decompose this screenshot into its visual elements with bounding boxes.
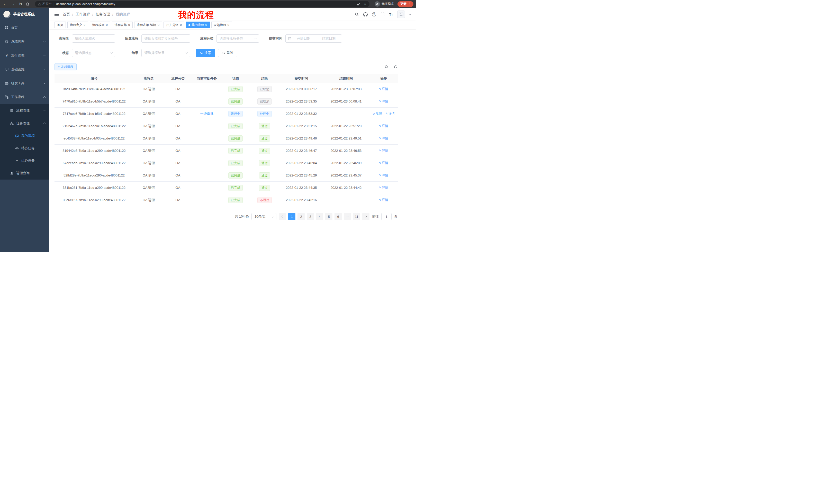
search-icon[interactable] bbox=[355, 12, 359, 17]
security-warning[interactable]: 不安全 bbox=[38, 2, 52, 6]
pager-more-button[interactable]: ··· bbox=[344, 213, 351, 220]
page-size-select[interactable]: 10条/页 bbox=[252, 213, 277, 220]
tab-home[interactable]: 首页 bbox=[54, 22, 66, 28]
tab-close-icon[interactable]: × bbox=[128, 23, 130, 27]
detail-link[interactable]: ✎详情 bbox=[379, 99, 388, 104]
sidebar-item-my-process[interactable]: 我的流程 bbox=[0, 130, 49, 142]
detail-link[interactable]: ✎详情 bbox=[379, 173, 388, 177]
category-select[interactable]: 请选择流程分类 bbox=[216, 34, 259, 43]
tab-user-group[interactable]: 用户分组× bbox=[163, 22, 184, 28]
user-avatar[interactable] bbox=[397, 10, 405, 18]
pager-page-button[interactable]: 5 bbox=[325, 213, 333, 220]
plus-icon: + bbox=[58, 65, 60, 68]
goto-page-input[interactable] bbox=[381, 213, 392, 220]
sidebar-item-done-tasks[interactable]: ✂ 已办任务 bbox=[0, 155, 49, 167]
breadcrumb-item[interactable]: 任务管理 bbox=[96, 12, 110, 17]
menu-fold-icon[interactable] bbox=[54, 13, 59, 16]
table-refresh-icon[interactable] bbox=[394, 65, 397, 69]
tab-process-form-edit[interactable]: 流程表单-编辑× bbox=[134, 22, 162, 28]
sidebar-item-home[interactable]: 首页 bbox=[0, 21, 49, 35]
address-bar[interactable]: 不安全 | dashboard.yudao.iocoder.cn/bpm/tas… bbox=[35, 1, 369, 7]
bookmark-star-icon[interactable]: ☆ bbox=[364, 2, 366, 6]
update-button[interactable]: 更新 ⋮ bbox=[397, 1, 413, 7]
pager-prev-button[interactable] bbox=[279, 213, 286, 220]
browser-home-icon[interactable] bbox=[26, 2, 31, 6]
tab-process-form[interactable]: 流程表单× bbox=[112, 22, 133, 28]
search-button[interactable]: 搜索 bbox=[196, 49, 215, 57]
detail-link[interactable]: ✎详情 bbox=[379, 198, 388, 202]
tab-start-process[interactable]: 发起流程× bbox=[211, 22, 232, 28]
breadcrumb-item[interactable]: 工作流程 bbox=[76, 12, 90, 17]
edit-icon: ✎ bbox=[379, 137, 381, 140]
pager-page-button[interactable]: 4 bbox=[316, 213, 323, 220]
back-icon[interactable]: ← bbox=[3, 2, 8, 6]
reset-button[interactable]: 重置 bbox=[218, 49, 237, 57]
logo-avatar bbox=[3, 10, 11, 18]
detail-link[interactable]: ✎详情 bbox=[379, 124, 388, 128]
cancel-link[interactable]: ⊘取消 bbox=[372, 111, 382, 116]
tab-close-icon[interactable]: × bbox=[205, 23, 207, 27]
end-date-placeholder[interactable]: 结束日期 bbox=[318, 36, 339, 41]
tab-process-model[interactable]: 流程模型× bbox=[90, 22, 110, 28]
breadcrumb-item[interactable]: 首页 bbox=[63, 12, 70, 17]
pager-page-button[interactable]: 6 bbox=[335, 213, 342, 220]
forward-icon[interactable]: → bbox=[10, 2, 16, 6]
chevron-down-icon bbox=[44, 68, 46, 70]
detail-link[interactable]: ✎详情 bbox=[385, 111, 395, 116]
tab-close-icon[interactable]: × bbox=[158, 23, 160, 27]
tab-process-definition[interactable]: 流程定义× bbox=[67, 22, 88, 28]
detail-link[interactable]: ✎详情 bbox=[379, 148, 388, 153]
pager-page-button[interactable]: 1 bbox=[288, 213, 295, 220]
help-icon[interactable]: ? bbox=[372, 12, 376, 17]
tab-close-icon[interactable]: × bbox=[106, 23, 108, 27]
tab-close-icon[interactable]: × bbox=[228, 23, 230, 27]
edit-icon: ✎ bbox=[379, 124, 381, 128]
sidebar-item-workflow[interactable]: 工作流程 bbox=[0, 90, 49, 104]
pager-page-button[interactable]: 2 bbox=[297, 213, 305, 220]
fullscreen-icon[interactable] bbox=[381, 12, 385, 17]
browser-menu-icon[interactable]: ⋮ bbox=[407, 2, 412, 6]
sidebar-item-system[interactable]: 系统管理 bbox=[0, 35, 49, 49]
process-key-input[interactable] bbox=[141, 34, 190, 43]
github-icon[interactable] bbox=[363, 12, 368, 17]
address-separator: | bbox=[53, 2, 54, 6]
pager-page-button[interactable]: 11 bbox=[353, 213, 360, 220]
sidebar-item-devtools[interactable]: 研发工具 bbox=[0, 76, 49, 90]
avatar-caret-icon[interactable] bbox=[409, 13, 411, 15]
col-status: 状态 bbox=[222, 74, 250, 83]
detail-link[interactable]: ✎详情 bbox=[379, 136, 388, 141]
app-logo[interactable]: 芋道管理系统 bbox=[0, 8, 49, 21]
sidebar-item-process-management[interactable]: 流程管理 bbox=[0, 104, 49, 117]
col-task: 当前审批任务 bbox=[192, 74, 222, 83]
chevron-down-icon bbox=[44, 109, 46, 111]
sidebar-item-payment[interactable]: ¥ 支付管理 bbox=[0, 49, 49, 62]
start-date-placeholder[interactable]: 开始日期 bbox=[293, 36, 314, 41]
status-tag: 已完成 bbox=[228, 86, 243, 92]
sidebar: 芋道管理系统 首页 系统管理 ¥ 支付管理 bbox=[0, 8, 49, 252]
sidebar-item-leave-query[interactable]: 请假查询 bbox=[0, 167, 49, 179]
tab-my-process[interactable]: 我的流程× bbox=[186, 22, 210, 28]
status-select[interactable]: 请选择状态 bbox=[72, 49, 115, 57]
filter-row-1: 流程名 所属流程 流程分类 请选择流程分类 提交时间 开始日期 - 结束日期 bbox=[54, 34, 397, 43]
detail-link[interactable]: ✎详情 bbox=[379, 87, 388, 91]
goto-suffix: 页 bbox=[394, 214, 397, 219]
sidebar-item-infrastructure[interactable]: 基础设施 bbox=[0, 62, 49, 76]
sidebar-item-task-management[interactable]: 任务管理 bbox=[0, 117, 49, 130]
font-size-icon[interactable]: TT bbox=[389, 12, 393, 17]
process-name-input[interactable] bbox=[72, 34, 115, 43]
list-icon bbox=[10, 109, 14, 112]
reload-icon[interactable]: ↻ bbox=[18, 2, 23, 6]
submit-time-range-picker[interactable]: 开始日期 - 结束日期 bbox=[285, 34, 342, 43]
tab-close-icon[interactable]: × bbox=[180, 23, 182, 27]
pager-page-button[interactable]: 3 bbox=[307, 213, 314, 220]
table-search-icon[interactable] bbox=[385, 65, 389, 69]
detail-link[interactable]: ✎详情 bbox=[379, 161, 388, 165]
start-process-button[interactable]: + 发起流程 bbox=[54, 63, 77, 71]
key-icon[interactable] bbox=[357, 2, 361, 6]
sidebar-item-todo-tasks[interactable]: 待办任务 bbox=[0, 142, 49, 155]
current-task-link[interactable]: 一级审批 bbox=[200, 112, 214, 116]
pager-next-button[interactable] bbox=[362, 213, 369, 220]
result-select[interactable]: 请选择流结果 bbox=[141, 49, 190, 57]
tab-close-icon[interactable]: × bbox=[83, 23, 86, 27]
detail-link[interactable]: ✎详情 bbox=[379, 186, 388, 190]
